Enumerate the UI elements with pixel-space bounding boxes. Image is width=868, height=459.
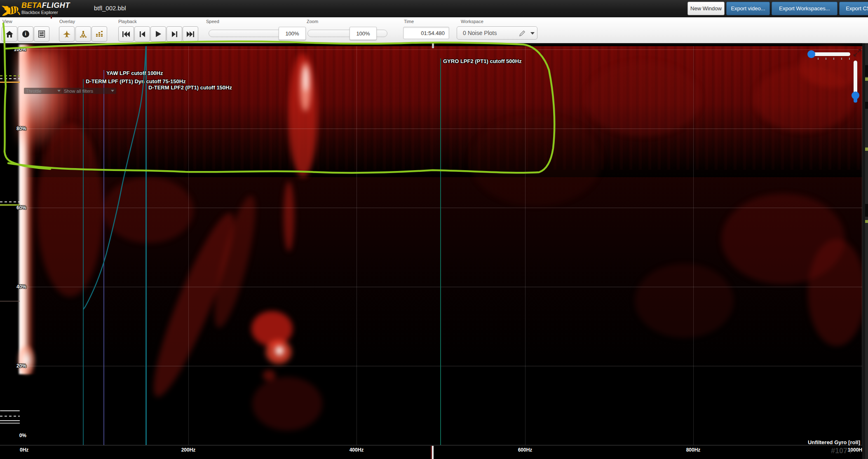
slider-tick [826,58,826,60]
prev-frame-icon [140,31,145,37]
x-tick-label: 400Hz [350,447,364,453]
view-log-button[interactable] [34,26,49,42]
skip-end-icon [187,31,194,37]
dterm-dyn-label: D-TERM LPF (PT1) Dyn cutoff 75-150Hz [86,78,186,84]
expand-icon[interactable] [853,49,861,57]
info-icon: i [22,30,29,37]
plot-yaxis-select[interactable]: Throttle [24,88,63,94]
new-window-button[interactable]: New Window [687,2,725,15]
left-marker-dashed-green [0,75,20,76]
plot-yaxis-select-value: Throttle [26,89,41,94]
view-info-button[interactable]: i [18,26,33,42]
stray-mark [51,15,52,19]
slider-tick [841,58,842,60]
blackbox-explorer-app: BETAFLIGHT Blackbox Explorer btfl_002.bb… [0,0,868,459]
minimap-block [865,102,868,109]
brand: BETAFLIGHT Blackbox Explorer [21,2,70,15]
caret-down-icon [530,32,535,35]
plot-filter-select[interactable]: Show all filters [62,88,116,94]
slider-tick [833,58,834,60]
x-tick-label: 200Hz [181,447,196,453]
chevron-down-icon [111,90,114,92]
playback-play-button[interactable] [150,26,166,42]
left-marker-wavy3 [0,423,20,424]
overlay-section-label: Overlay [59,19,75,24]
minimap-block [865,204,868,217]
x-tick-label: 600Hz [518,447,533,453]
time-input[interactable]: 01:54.480 [403,27,449,39]
slider-tick [818,58,819,60]
scrollbar-minimap[interactable] [865,43,868,459]
playback-section-label: Playback [118,19,137,24]
chevron-down-icon [57,90,61,92]
playhead-bottom-cursor-white [432,446,434,459]
y-tick-label: 0% [19,433,26,438]
pencil-icon [519,30,525,37]
analyser-bars-icon [96,30,103,38]
view-section-label: View [2,19,12,24]
workspace-value: 0 Noise Plots [463,30,497,36]
craft-plane-icon [63,30,70,38]
y-tick-label: 100% [14,47,26,52]
minimap-mark-green [865,220,868,223]
export-video-button[interactable]: Export video... [726,2,770,15]
export-csv-button[interactable]: Export CSV... [839,2,868,15]
zoom-section-label: Zoom [307,19,318,24]
yaw-lpf-label: YAW LPF cutoff 100Hz [106,70,163,76]
app-header: BETAFLIGHT Blackbox Explorer btfl_002.bb… [0,0,868,18]
playback-skip-end-button[interactable] [183,26,198,42]
horizontal-zoom-thumb[interactable] [807,50,815,58]
vertical-zoom-thumb-stem [854,97,857,103]
log-list-icon [38,30,45,37]
overlay-craft-button[interactable] [59,26,75,42]
gridline-600hz [525,46,525,445]
left-marker-dashed-white3 [0,416,20,417]
playback-prev-button[interactable] [134,26,150,42]
plot-filter-select-value: Show all filters [64,89,93,94]
brand-flight: FLIGHT [42,1,70,9]
x-tick-label: 800Hz [686,447,701,453]
time-section-label: Time [404,19,414,24]
gyro-lpf2-label: GYRO LPF2 (PT1) cutoff 500Hz [443,58,522,64]
slider-tick [849,58,850,60]
zoom-value[interactable]: 100% [350,27,377,40]
x-axis-line [0,445,868,445]
workspace-section-label: Workspace [461,19,483,24]
sticks-icon [80,30,87,38]
brand-tagline: Blackbox Explorer [21,10,70,15]
minimap-mark-green [865,77,868,81]
next-frame-icon [172,31,177,37]
gridline-800hz [693,46,694,445]
y-tick-label: 60% [16,205,26,211]
minimap-mark-green [865,148,868,151]
dterm-dyn-min-75hz-line [83,79,84,445]
gyro-lpf2-500hz-line [440,59,441,445]
y-tick-label: 40% [16,284,26,290]
dterm-lpf2-label: D-TERM LPF2 (PT1) cutoff 150Hz [148,84,232,91]
left-marker-wavy2 [0,420,20,421]
y-tick-label: 80% [16,126,26,131]
heat-blobs [0,0,868,459]
overlay-sticks-button[interactable] [75,26,91,42]
playback-next-button[interactable] [167,26,182,42]
view-home-button[interactable] [2,26,17,42]
export-workspaces-button[interactable]: Export Workspaces... [772,2,838,15]
toolbar: View i Overlay Playback [0,17,868,43]
y-tick-label: 20% [16,363,26,369]
speed-value[interactable]: 100% [279,27,306,40]
betaflight-logo-icon [1,0,20,17]
x-tick-label: 0Hz [20,447,28,453]
skip-start-icon [122,31,130,37]
speed-slider[interactable] [209,30,289,37]
overlay-analyser-button[interactable] [91,26,107,42]
left-marker-dashed-white [0,78,20,79]
left-marker-dashed-white2 [0,201,20,202]
speed-section-label: Speed [206,19,219,24]
gridline-200hz [188,46,189,445]
minimap-block [865,65,868,77]
playhead-top-tick[interactable] [432,43,434,48]
workspace-dropdown[interactable]: 0 Noise Plots [457,26,537,40]
left-marker-wavy1 [0,410,20,411]
playback-skip-start-button[interactable] [118,26,134,42]
trace-name-label: Unfiltered Gyro [roll] [808,439,860,445]
